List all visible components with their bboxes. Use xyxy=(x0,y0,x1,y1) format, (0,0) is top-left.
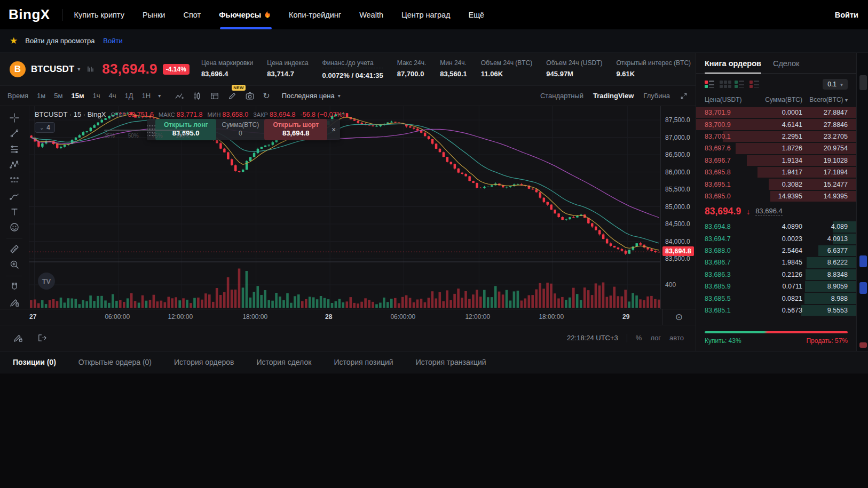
price-axis[interactable]: 87,500.087,000.086,500.086,000.085,500.0… xyxy=(660,106,696,309)
bid-row[interactable]: 83,694.70.00234.0913 xyxy=(696,233,856,245)
ask-row[interactable]: 83,696.71.913419.1028 xyxy=(696,155,856,166)
interval-1Д[interactable]: 1Д xyxy=(125,92,133,100)
nav-item-2[interactable]: Спот xyxy=(183,0,201,29)
mode-book-both-icon[interactable] xyxy=(705,81,714,88)
nav-item-7[interactable]: Ещё xyxy=(468,0,484,29)
bid-row[interactable]: 83,688.02.54646.6377 xyxy=(696,245,856,257)
long-short-position-icon xyxy=(9,175,20,186)
refresh-button[interactable]: ↻ xyxy=(263,92,270,100)
tool-crosshair[interactable] xyxy=(5,111,23,124)
view-Глубина[interactable]: Глубина xyxy=(643,92,670,100)
interval-1Н[interactable]: 1Н xyxy=(142,92,151,100)
draw-button[interactable]: NEW xyxy=(227,91,237,101)
nav-item-6[interactable]: Центр наград xyxy=(401,0,450,29)
kline-columns-icon[interactable] xyxy=(86,65,94,73)
mode-book-grouped-icon[interactable] xyxy=(720,81,729,88)
close-icon[interactable]: × xyxy=(327,119,340,140)
time-label[interactable]: Время xyxy=(7,92,28,100)
interval-1ч[interactable]: 1ч xyxy=(93,92,100,100)
ask-row[interactable]: 83,700.94.614127.8846 xyxy=(696,118,856,130)
indicators-button[interactable] xyxy=(175,91,184,101)
amount-slider[interactable]: 25%50%75%100% xyxy=(104,130,190,139)
interval-dropdown-icon[interactable]: ▾ xyxy=(158,93,161,99)
bid-row[interactable]: 83,694.84.08904.089 xyxy=(696,221,856,233)
view-Стандартный[interactable]: Стандартный xyxy=(540,92,583,100)
positions-empty-area xyxy=(0,373,868,488)
bottom-tab-2[interactable]: История ордеров xyxy=(174,358,234,366)
tool-long-short-position[interactable] xyxy=(5,174,23,187)
bid-row[interactable]: 83,685.50.08218.988 xyxy=(696,292,856,304)
bid-row[interactable]: 83,686.30.21268.8348 xyxy=(696,269,856,281)
screenshot-button[interactable] xyxy=(245,91,255,101)
nav-login-button[interactable]: Войти xyxy=(835,11,859,19)
bottom-tab-4[interactable]: История позиций xyxy=(334,358,393,366)
interval-15м[interactable]: 15м xyxy=(71,92,84,100)
tool-xabcd-pattern[interactable] xyxy=(5,158,23,171)
bingx-logo[interactable]: BingX xyxy=(9,6,50,23)
tool-trend-line[interactable] xyxy=(5,127,23,140)
ask-row[interactable]: 83,695.014.939514.9395 xyxy=(696,190,856,202)
price-mode-dropdown[interactable]: Последняя цена ▾ xyxy=(282,92,341,100)
scale-auto-button[interactable]: авто xyxy=(669,334,684,342)
draw-icon xyxy=(227,91,237,101)
tool-magnet[interactable] xyxy=(5,280,23,293)
nav-item-4[interactable]: Копи-трейдинг xyxy=(289,0,341,29)
scale-log-button[interactable]: лог xyxy=(650,334,661,342)
bottom-tab-3[interactable]: История сделок xyxy=(256,358,311,366)
amount-field[interactable]: Сумма(BTC) 0 xyxy=(216,119,264,140)
ask-row[interactable]: 83,695.81.941717.1894 xyxy=(696,166,856,178)
ask-row[interactable]: 83,701.90.000127.8847 xyxy=(696,107,856,118)
text-icon xyxy=(9,206,20,217)
orderbook-tab-0[interactable]: Книга ордеров xyxy=(705,59,761,73)
bottom-tab-0[interactable]: Позиции (0) xyxy=(13,358,56,366)
tool-brush[interactable] xyxy=(5,189,23,202)
ticker-stat-3: Макс 24ч.87,700.0 xyxy=(397,59,426,79)
orderbook-mid-price[interactable]: 83,694.9 ↓ 83,696.4 xyxy=(696,202,856,221)
nav-item-0[interactable]: Купить крипту xyxy=(74,0,124,29)
time-tick: 18:00:00 xyxy=(539,313,564,321)
interval-4ч[interactable]: 4ч xyxy=(109,92,116,100)
bid-row[interactable]: 83,686.71.98458.6222 xyxy=(696,257,856,268)
clock[interactable]: 22:18:24 UTC+3 xyxy=(567,334,618,342)
candle-style-button[interactable] xyxy=(192,91,202,101)
interval-5м[interactable]: 5м xyxy=(54,92,62,100)
ask-row[interactable]: 83,695.10.308215.2477 xyxy=(696,178,856,190)
exit-arrow-button[interactable] xyxy=(37,333,47,343)
axis-settings-gear-icon[interactable]: ⊙ xyxy=(662,309,696,325)
bottom-tab-5[interactable]: История транзакций xyxy=(416,358,486,366)
clipped-button-fragment xyxy=(859,75,867,90)
precision-dropdown[interactable]: 0.1▾ xyxy=(823,79,848,90)
orderbook-tab-1[interactable]: Сделок xyxy=(773,59,800,73)
login-link[interactable]: Войти xyxy=(103,37,122,45)
nav-item-3[interactable]: Фьючерсы xyxy=(219,0,271,29)
fullscreen-button[interactable] xyxy=(680,92,688,100)
interval-1м[interactable]: 1м xyxy=(37,92,45,100)
time-axis[interactable]: 2706:00:0012:00:0018:00:002806:00:0012:0… xyxy=(0,309,696,325)
scale-percent-button[interactable]: % xyxy=(636,334,642,342)
indicators-collapse-chip[interactable]: ⌄4 xyxy=(35,122,55,133)
instrument-header: B BTCUSDT ▾ 83,694.9 -4.14% Цена маркиро… xyxy=(0,53,696,86)
chart-plot[interactable]: BTCUSDT · 15 · BingX ОТКР83,751.6 МАКС83… xyxy=(29,106,660,309)
open-short-button[interactable]: Открыть шорт 83,694.8 xyxy=(264,119,327,140)
tool-emoji[interactable] xyxy=(5,221,23,234)
ask-row[interactable]: 83,697.61.872620.9754 xyxy=(696,142,856,154)
layout-panel-button[interactable] xyxy=(210,91,219,101)
bottom-tab-1[interactable]: Открытые ордера (0) xyxy=(78,358,152,366)
tool-draw-lock[interactable] xyxy=(5,296,23,309)
mode-book-asks-icon[interactable] xyxy=(749,81,759,88)
tool-text[interactable] xyxy=(5,205,23,218)
tool-ruler[interactable] xyxy=(5,243,23,255)
ask-row[interactable]: 83,700.12.295123.2705 xyxy=(696,131,856,142)
mode-book-bids-icon[interactable] xyxy=(735,81,744,88)
tradingview-watermark: TV xyxy=(38,273,55,290)
tool-fib-retracement[interactable] xyxy=(5,143,23,156)
bid-row[interactable]: 83,685.10.56739.5553 xyxy=(696,305,856,316)
symbol-selector[interactable]: BTCUSDT ▾ xyxy=(31,64,80,75)
bid-row[interactable]: 83,685.90.07118.9059 xyxy=(696,281,856,292)
draw-lock-button[interactable] xyxy=(13,333,23,343)
nav-item-1[interactable]: Рынки xyxy=(143,0,165,29)
view-TradingView[interactable]: TradingView xyxy=(593,92,634,100)
tool-zoom-in[interactable] xyxy=(5,258,23,271)
orderbook-panel: Книга ордеровСделок 0.1▾ Цена(USDT) Сумм… xyxy=(696,53,856,351)
nav-item-5[interactable]: Wealth xyxy=(359,0,383,29)
